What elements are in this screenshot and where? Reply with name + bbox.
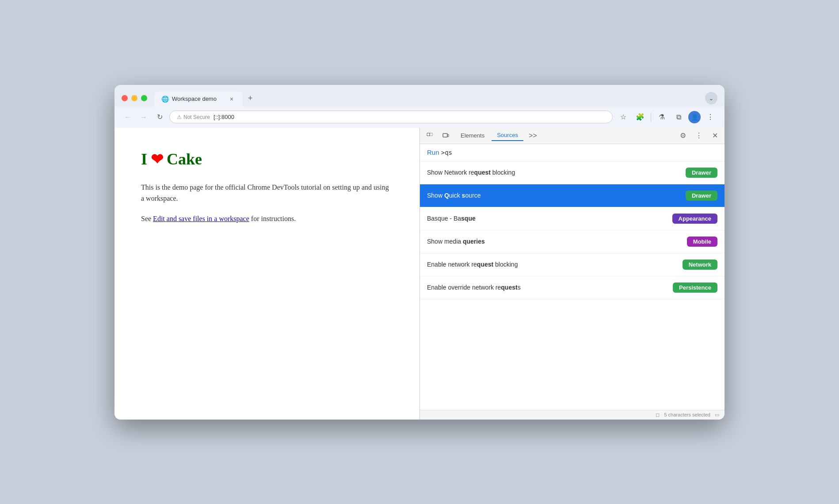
command-input[interactable]: >qs (441, 149, 452, 156)
result-item-3[interactable]: Basque - Basque Appearance (420, 207, 725, 230)
tab-sources[interactable]: Sources (492, 130, 523, 141)
command-run-area: Run >qs (427, 149, 452, 156)
paragraph-2-post: for instructions. (249, 215, 296, 222)
devtools-panel: Elements Sources >> ⚙ ⋮ ✕ Run >qs (420, 128, 725, 420)
back-button[interactable]: ← (122, 111, 134, 123)
result-badge-3[interactable]: Appearance (672, 214, 717, 224)
svg-rect-3 (447, 134, 449, 137)
browser-window: 🌐 Workspace demo × + ⌄ ← → ↻ ⚠ Not Secur… (114, 85, 725, 420)
devtools-context-menu-button[interactable]: ⋮ (693, 130, 705, 142)
result-label-3: Basque - Basque (427, 215, 476, 222)
more-menu-button[interactable]: ⋮ (703, 110, 717, 124)
results-list: Show Network request blocking Drawer Sho… (420, 161, 725, 410)
result-badge-2[interactable]: Drawer (686, 191, 717, 201)
device-toggle-button[interactable] (439, 130, 452, 142)
result-item-1[interactable]: Show Network request blocking Drawer (420, 161, 725, 184)
tab-title: Workspace demo (172, 95, 217, 102)
paragraph-2: See Edit and save files in a workspace f… (141, 213, 393, 225)
extensions-button[interactable]: 🧩 (633, 110, 647, 124)
result-label-4: Show media queries (427, 238, 485, 245)
minimize-traffic-light[interactable] (131, 95, 137, 101)
webpage-content: I ❤ Cake This is the demo page for the o… (114, 128, 420, 420)
bookmark-button[interactable]: ☆ (616, 110, 630, 124)
active-tab[interactable]: 🌐 Workspace demo × (154, 92, 243, 107)
toolbar-divider (651, 113, 651, 122)
devtools-close-button[interactable]: ✕ (709, 130, 721, 142)
content-area: I ❤ Cake This is the demo page for the o… (114, 128, 725, 420)
result-badge-4[interactable]: Mobile (687, 237, 717, 247)
tabs-area: 🌐 Workspace demo × + (154, 90, 701, 107)
result-label-2: Show Quick source (427, 192, 481, 199)
traffic-lights (122, 95, 147, 101)
svg-rect-1 (430, 133, 432, 136)
result-item-5[interactable]: Enable network request blocking Network (420, 253, 725, 276)
warning-icon: ⚠ (177, 114, 182, 120)
result-label-6: Enable override network requests (427, 284, 521, 291)
url-text: [::]:8000 (214, 114, 234, 120)
status-icon: ◻ (656, 412, 660, 418)
svg-rect-0 (427, 133, 430, 136)
workspace-link[interactable]: Edit and save files in a workspace (153, 215, 249, 222)
svg-rect-2 (443, 134, 447, 137)
more-tabs-button[interactable]: >> (525, 130, 541, 141)
result-label-5: Enable network request blocking (427, 261, 518, 268)
tab-close-button[interactable]: × (228, 95, 236, 103)
devtools-tabs: Elements Sources >> (455, 130, 673, 141)
not-secure-label: Not Secure (183, 114, 210, 120)
result-label-1: Show Network request blocking (427, 169, 515, 176)
status-end-icon: ▭ (715, 412, 719, 418)
address-bar: ← → ↻ ⚠ Not Secure [::]:8000 ☆ 🧩 ⚗ ⧉ 👤 ⋮ (114, 107, 725, 128)
paragraph-2-pre: See (141, 215, 153, 222)
maximize-traffic-light[interactable] (141, 95, 147, 101)
paragraph-1: This is the demo page for the official C… (141, 182, 393, 204)
title-bar: 🌐 Workspace demo × + ⌄ (114, 85, 725, 107)
result-item-4[interactable]: Show media queries Mobile (420, 230, 725, 253)
tab-favicon-icon: 🌐 (161, 95, 168, 103)
inspect-element-button[interactable] (423, 130, 436, 142)
browser-menu-button[interactable]: ⌄ (705, 92, 717, 104)
run-label: Run (427, 149, 439, 156)
close-traffic-light[interactable] (122, 95, 128, 101)
result-badge-6[interactable]: Persistence (673, 283, 717, 293)
split-view-button[interactable]: ⧉ (671, 110, 686, 124)
heart-emoji: ❤ (151, 150, 163, 168)
result-item-2[interactable]: Show Quick source Drawer (420, 184, 725, 207)
heading-cake: Cake (167, 150, 202, 168)
new-tab-button[interactable]: + (243, 90, 258, 107)
profile-button[interactable]: 👤 (688, 111, 701, 123)
refresh-button[interactable]: ↻ (153, 111, 166, 123)
result-badge-5[interactable]: Network (683, 260, 717, 270)
browser-actions: ☆ 🧩 ⚗ ⧉ 👤 ⋮ (616, 110, 717, 124)
forward-button[interactable]: → (137, 111, 150, 123)
lab-button[interactable]: ⚗ (655, 110, 669, 124)
command-panel: Run >qs (420, 144, 725, 161)
page-heading: I ❤ Cake (141, 150, 393, 168)
status-text: 5 characters selected (664, 412, 710, 417)
devtools-toolbar: Elements Sources >> ⚙ ⋮ ✕ (420, 128, 725, 144)
devtools-settings-button[interactable]: ⚙ (677, 130, 689, 142)
tab-elements[interactable]: Elements (455, 130, 490, 141)
url-bar[interactable]: ⚠ Not Secure [::]:8000 (169, 111, 613, 123)
devtools-status-bar: ◻ 5 characters selected ▭ (420, 410, 725, 420)
result-item-6[interactable]: Enable override network requests Persist… (420, 276, 725, 299)
heading-i: I (141, 150, 147, 168)
result-badge-1[interactable]: Drawer (686, 168, 717, 178)
security-warning: ⚠ Not Secure (177, 114, 210, 120)
